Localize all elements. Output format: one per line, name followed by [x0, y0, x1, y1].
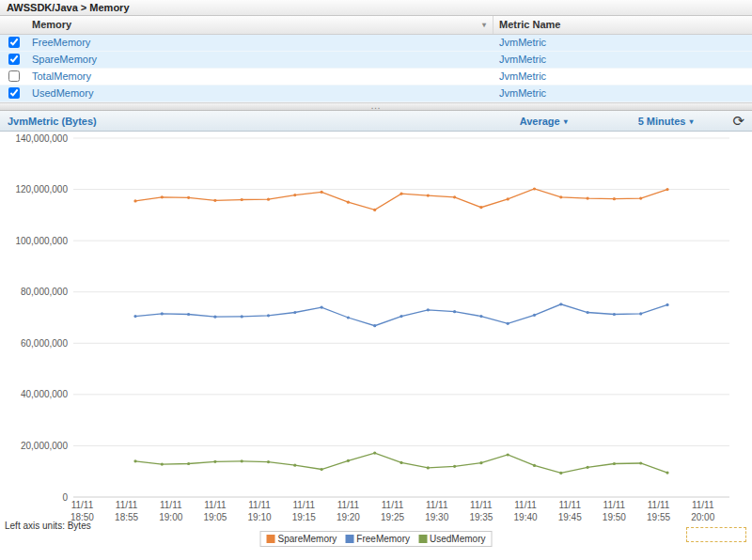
chart-canvas: 020,000,00040,000,00060,000,00080,000,00…: [0, 132, 752, 560]
memory-column-header[interactable]: Memory ▾: [28, 16, 494, 34]
svg-text:40,000,000: 40,000,000: [21, 389, 68, 399]
svg-text:140,000,000: 140,000,000: [15, 133, 68, 144]
svg-text:11/11: 11/11: [603, 500, 626, 510]
metric-name-link[interactable]: JvmMetric: [499, 37, 546, 48]
row-checkbox[interactable]: [8, 70, 20, 82]
svg-text:11/11: 11/11: [692, 500, 714, 510]
table-header: Memory ▾ Metric Name: [0, 16, 752, 35]
svg-text:19:30: 19:30: [425, 512, 448, 522]
metric-name-link[interactable]: JvmMetric: [499, 54, 546, 65]
chart-panel-header: JvmMetric (Bytes) Average▾ 5 Minutes▾ ⟳: [0, 111, 752, 132]
svg-text:19:55: 19:55: [647, 512, 670, 522]
chevron-down-icon: ▾: [689, 117, 693, 126]
svg-text:11/11: 11/11: [248, 500, 271, 510]
selection-box: [686, 527, 746, 542]
legend-label: UsedMemory: [430, 534, 485, 544]
svg-text:100,000,000: 100,000,000: [15, 236, 68, 246]
metrics-table: Memory ▾ Metric Name FreeMemory JvmMetri…: [0, 16, 752, 102]
svg-text:20:00: 20:00: [691, 512, 714, 522]
statistic-dropdown[interactable]: Average▾: [520, 116, 568, 127]
metric-name-link[interactable]: JvmMetric: [499, 87, 546, 99]
svg-text:11/11: 11/11: [71, 500, 94, 510]
memory-column-label: Memory: [32, 16, 71, 34]
left-axis-units: Left axis units: Bytes: [5, 521, 91, 531]
svg-text:11/11: 11/11: [426, 500, 448, 510]
legend-item: SpareMemory: [267, 534, 337, 544]
refresh-icon[interactable]: ⟳: [732, 114, 744, 128]
svg-text:19:40: 19:40: [514, 512, 538, 522]
svg-text:11/11: 11/11: [292, 500, 315, 510]
svg-text:19:20: 19:20: [337, 512, 360, 522]
table-row[interactable]: TotalMemory JvmMetric: [0, 69, 752, 86]
svg-text:11/11: 11/11: [116, 500, 138, 510]
svg-text:18:55: 18:55: [115, 512, 138, 522]
metric-link[interactable]: SpareMemory: [32, 52, 97, 68]
legend-item: FreeMemory: [345, 534, 410, 544]
legend-swatch-icon: [418, 535, 427, 543]
metric-name-link[interactable]: JvmMetric: [499, 70, 546, 82]
breadcrumb: AWSSDK/Java > Memory: [0, 0, 752, 16]
row-checkbox[interactable]: [8, 87, 20, 99]
svg-text:19:05: 19:05: [203, 512, 227, 522]
chevron-down-icon: ▾: [564, 117, 568, 126]
period-dropdown[interactable]: 5 Minutes▾: [638, 116, 694, 127]
legend-item: UsedMemory: [418, 534, 485, 544]
grip-dots-icon: …: [370, 100, 382, 111]
row-checkbox[interactable]: [8, 54, 20, 65]
svg-text:120,000,000: 120,000,000: [15, 184, 68, 194]
legend-label: SpareMemory: [278, 534, 337, 544]
resize-handle[interactable]: …: [0, 102, 752, 111]
svg-text:0: 0: [62, 492, 68, 503]
svg-text:11/11: 11/11: [558, 500, 581, 510]
svg-text:11/11: 11/11: [160, 500, 182, 510]
legend-swatch-icon: [267, 535, 275, 543]
table-row[interactable]: SpareMemory JvmMetric: [0, 52, 752, 69]
svg-text:80,000,000: 80,000,000: [21, 287, 68, 297]
svg-text:11/11: 11/11: [514, 500, 537, 510]
svg-text:11/11: 11/11: [470, 500, 493, 510]
svg-text:19:45: 19:45: [558, 512, 582, 522]
svg-text:19:35: 19:35: [469, 512, 493, 522]
svg-text:11/11: 11/11: [337, 500, 360, 510]
metric-link[interactable]: FreeMemory: [32, 35, 90, 51]
svg-text:11/11: 11/11: [648, 500, 670, 510]
svg-text:19:15: 19:15: [292, 512, 316, 522]
svg-text:19:25: 19:25: [381, 512, 404, 522]
svg-text:19:00: 19:00: [159, 512, 182, 522]
svg-text:11/11: 11/11: [204, 500, 227, 510]
table-row[interactable]: FreeMemory JvmMetric: [0, 35, 752, 52]
row-checkbox[interactable]: [8, 37, 20, 48]
statistic-value: Average: [520, 116, 560, 127]
chart-area: 020,000,00040,000,00060,000,00080,000,00…: [0, 132, 752, 560]
svg-text:20,000,000: 20,000,000: [21, 441, 68, 451]
chart-title: JvmMetric (Bytes): [8, 116, 97, 127]
svg-text:60,000,000: 60,000,000: [21, 338, 68, 349]
metric-name-column-header[interactable]: Metric Name: [494, 16, 752, 34]
metric-link[interactable]: UsedMemory: [32, 86, 93, 101]
sort-caret-icon[interactable]: ▾: [482, 16, 493, 34]
svg-text:19:10: 19:10: [248, 512, 272, 522]
legend-swatch-icon: [345, 535, 353, 543]
svg-text:19:50: 19:50: [603, 512, 626, 522]
svg-text:11/11: 11/11: [382, 500, 404, 510]
period-value: 5 Minutes: [638, 116, 686, 127]
chart-legend: SpareMemoryFreeMemoryUsedMemory: [260, 531, 493, 547]
legend-label: FreeMemory: [356, 534, 410, 544]
checkbox-column-header: [0, 16, 28, 34]
metric-link[interactable]: TotalMemory: [32, 69, 91, 85]
